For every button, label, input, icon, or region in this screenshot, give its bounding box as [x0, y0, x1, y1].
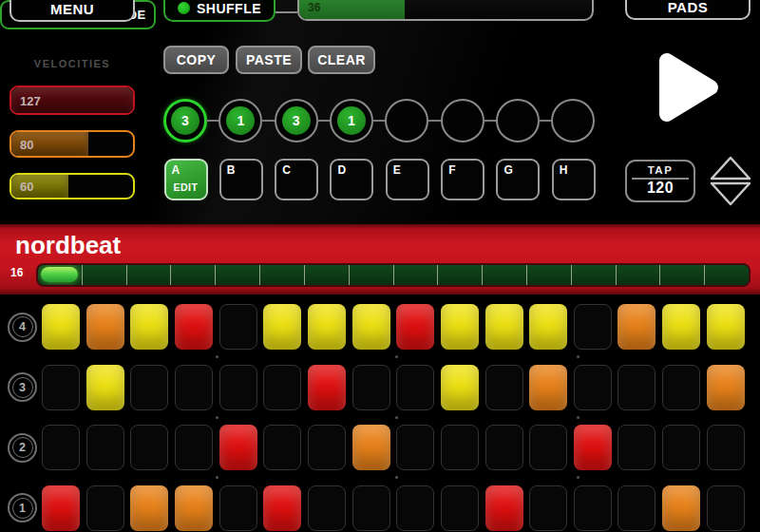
step-cell-r2-s6[interactable] [263, 425, 301, 470]
step-cell-r2-s10[interactable] [441, 425, 479, 470]
tempo-up-button[interactable] [709, 155, 752, 180]
step-cell-r1-s8[interactable] [352, 485, 390, 531]
step-cell-r4-s7[interactable] [308, 304, 346, 350]
velocity-bar-60[interactable]: 60 [10, 173, 135, 200]
pattern-button-e[interactable]: E [386, 159, 429, 200]
repeat-circle-6[interactable] [441, 99, 484, 142]
repeat-circle-4[interactable]: 1 [330, 99, 373, 142]
step-cell-r4-s15[interactable] [662, 304, 700, 350]
step-cell-r3-s16[interactable] [707, 365, 745, 410]
step-cell-r4-s3[interactable] [130, 304, 168, 350]
step-cell-r3-s14[interactable] [618, 365, 656, 410]
step-cell-r1-s11[interactable] [485, 485, 523, 531]
step-cell-r1-s13[interactable] [574, 485, 612, 531]
pattern-button-a[interactable]: AEDIT [164, 159, 208, 200]
step-cell-r4-s14[interactable] [618, 304, 656, 350]
step-cell-r4-s9[interactable] [396, 304, 434, 350]
step-cell-r4-s6[interactable] [263, 304, 301, 350]
velocity-bar-80[interactable]: 80 [10, 130, 135, 158]
step-cell-r3-s8[interactable] [352, 365, 390, 410]
step-cell-r4-s2[interactable] [86, 304, 124, 350]
step-cell-r3-s13[interactable] [574, 365, 612, 410]
repeat-circle-2[interactable]: 1 [218, 99, 262, 142]
pattern-letter: C [282, 163, 291, 177]
play-button[interactable] [652, 48, 726, 127]
step-cell-r2-s15[interactable] [662, 425, 700, 470]
step-cell-r2-s3[interactable] [130, 425, 168, 470]
step-cell-r4-s4[interactable] [175, 304, 213, 350]
copy-label: COPY [177, 52, 217, 67]
step-cell-r4-s13[interactable] [574, 304, 612, 350]
step-cell-r1-s15[interactable] [662, 485, 700, 531]
pattern-button-g[interactable]: G [496, 159, 540, 200]
step-cell-r3-s4[interactable] [175, 365, 213, 410]
sequence-position-bar [36, 263, 750, 287]
tap-tempo-button[interactable]: TAP 120 [625, 160, 695, 202]
step-cell-r4-s5[interactable] [219, 304, 257, 350]
step-cell-r1-s4[interactable] [175, 485, 213, 531]
pattern-button-d[interactable]: D [330, 159, 373, 200]
repeat-circle-3[interactable]: 3 [275, 99, 318, 142]
tempo-down-button[interactable] [709, 181, 752, 207]
shuffle-amount-slider[interactable]: 36 [297, 0, 594, 21]
step-cell-r2-s4[interactable] [175, 425, 213, 470]
step-cell-r4-s11[interactable] [485, 304, 523, 350]
step-cell-r3-s12[interactable] [529, 365, 567, 410]
step-cell-r2-s12[interactable] [529, 425, 567, 470]
step-cell-r2-s1[interactable] [42, 425, 80, 470]
step-cell-r4-s12[interactable] [529, 304, 567, 350]
step-cell-r2-s14[interactable] [618, 425, 656, 470]
step-cell-r4-s1[interactable] [42, 304, 80, 350]
step-cell-r1-s10[interactable] [441, 485, 479, 531]
repeat-circle-8[interactable] [551, 99, 595, 142]
step-cell-r1-s16[interactable] [707, 485, 745, 531]
step-cell-r1-s6[interactable] [263, 485, 301, 531]
step-cell-r1-s14[interactable] [618, 485, 656, 531]
step-cell-r1-s12[interactable] [529, 485, 567, 531]
repeat-circle-1[interactable]: 3 [163, 99, 207, 142]
step-cell-r1-s1[interactable] [42, 485, 80, 531]
step-cell-r1-s9[interactable] [396, 485, 434, 531]
menu-button[interactable]: MENU [10, 0, 135, 22]
step-cell-r2-s5[interactable] [219, 425, 257, 470]
seq-segment-2 [83, 265, 127, 285]
step-cell-r3-s5[interactable] [219, 365, 257, 410]
pattern-button-c[interactable]: C [275, 159, 318, 200]
velocity-bar-127[interactable]: 127 [10, 86, 135, 115]
step-cell-r2-s16[interactable] [707, 425, 745, 470]
step-cell-r3-s7[interactable] [308, 365, 346, 410]
clear-button[interactable]: CLEAR [308, 46, 375, 74]
step-cell-r1-s3[interactable] [130, 485, 168, 531]
pattern-button-b[interactable]: B [219, 159, 263, 200]
shuffle-led-icon [178, 2, 190, 14]
pattern-button-h[interactable]: H [552, 159, 596, 200]
step-cell-r1-s2[interactable] [86, 485, 124, 531]
step-cell-r4-s8[interactable] [352, 304, 390, 350]
step-cell-r3-s15[interactable] [662, 365, 700, 410]
step-cell-r1-s5[interactable] [219, 485, 257, 531]
step-cell-r3-s2[interactable] [86, 365, 124, 410]
copy-button[interactable]: COPY [163, 46, 229, 74]
step-cell-r4-s10[interactable] [441, 304, 479, 350]
step-cell-r2-s2[interactable] [86, 425, 124, 470]
repeat-circle-5[interactable] [385, 99, 428, 142]
pads-button[interactable]: PADS [625, 0, 750, 20]
step-cell-r4-s16[interactable] [707, 304, 745, 350]
step-cell-r3-s6[interactable] [263, 365, 301, 410]
step-cell-r1-s7[interactable] [308, 485, 346, 531]
step-cell-r3-s3[interactable] [130, 365, 168, 410]
step-cell-r3-s11[interactable] [485, 365, 523, 410]
paste-button[interactable]: PASTE [236, 46, 302, 74]
step-cell-r2-s8[interactable] [352, 425, 390, 470]
step-cell-r2-s9[interactable] [396, 425, 434, 470]
step-cell-r2-s7[interactable] [308, 425, 346, 470]
step-cell-r2-s13[interactable] [574, 425, 612, 470]
repeat-circle-7[interactable] [496, 99, 540, 142]
step-cell-r3-s9[interactable] [396, 365, 434, 410]
step-cell-r3-s10[interactable] [441, 365, 479, 410]
track-label-2: 2 [8, 433, 37, 463]
step-cell-r2-s11[interactable] [485, 425, 523, 470]
step-cell-r3-s1[interactable] [42, 365, 80, 410]
shuffle-toggle[interactable]: SHUFFLE [163, 0, 276, 22]
pattern-button-f[interactable]: F [441, 159, 484, 200]
